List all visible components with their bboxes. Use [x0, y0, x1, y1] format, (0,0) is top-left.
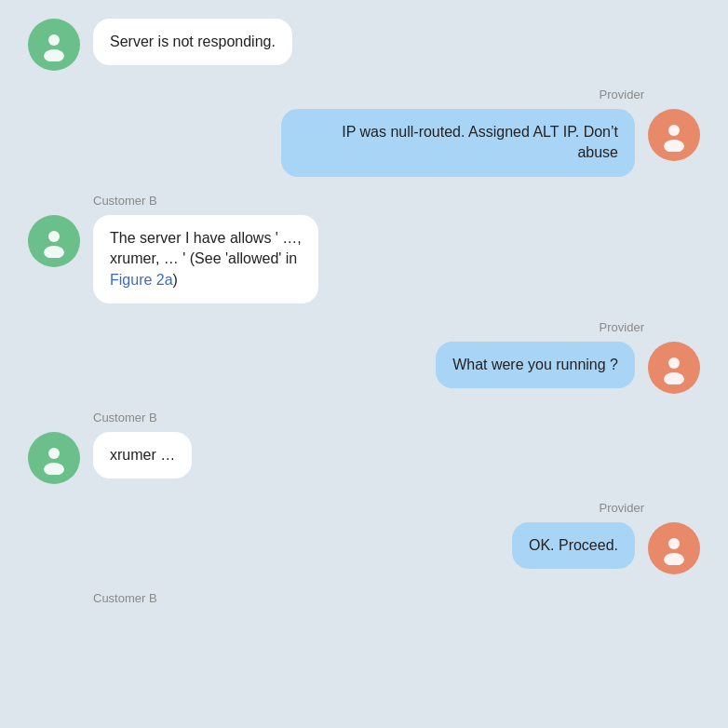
figure-link[interactable]: Figure 2a [110, 272, 173, 288]
avatar-provider-4 [648, 342, 700, 394]
bubble-3: The server I have allows ' …,xrumer, … '… [93, 215, 318, 303]
bubble-1: Server is not responding. [93, 19, 292, 65]
svg-point-5 [44, 246, 64, 258]
svg-point-6 [668, 357, 680, 369]
message-row-4: What were you running ? [19, 342, 709, 394]
sender-label-row-5: Customer B [19, 411, 709, 428]
message-block-2: Provider IP was null-routed. Assigned AL… [19, 88, 709, 186]
message-row-5: xrumer … [19, 432, 709, 484]
message-block-1: Server is not responding. [19, 19, 709, 80]
svg-point-4 [48, 231, 60, 242]
svg-point-10 [668, 538, 680, 549]
message-text-3-after: ) [173, 272, 178, 288]
message-row-3: The server I have allows ' …,xrumer, … '… [19, 215, 709, 303]
chat-container: Server is not responding. Provider IP wa… [0, 0, 728, 639]
bubble-4: What were you running ? [436, 342, 635, 388]
avatar-provider-6 [648, 522, 700, 574]
message-text-3-before: The server I have allows ' …,xrumer, … '… [110, 230, 302, 266]
message-row-6: OK. Proceed. [19, 522, 709, 574]
message-text-5: xrumer … [110, 447, 175, 463]
avatar-customer-1 [28, 19, 80, 71]
svg-point-9 [44, 463, 64, 475]
sender-label-row-3: Customer B [19, 194, 709, 211]
bubble-2: IP was null-routed. Assigned ALT IP. Don… [281, 109, 635, 177]
svg-point-8 [48, 448, 60, 459]
message-block-4: Provider What were you running ? [19, 320, 709, 403]
sender-label-row-7: Customer B [19, 591, 709, 609]
sender-label-row-6: Provider [19, 501, 709, 519]
avatar-customer-3 [28, 215, 80, 267]
message-text-4: What were you running ? [452, 357, 618, 372]
sender-label-5: Customer B [93, 411, 157, 425]
message-text-2: IP was null-routed. Assigned ALT IP. Don… [342, 124, 618, 160]
message-block-7: Customer B [19, 591, 709, 613]
svg-point-7 [664, 372, 684, 384]
svg-point-3 [664, 140, 684, 152]
sender-label-row-4: Provider [19, 320, 709, 338]
sender-label-7: Customer B [93, 591, 157, 605]
bubble-6: OK. Proceed. [512, 522, 635, 569]
sender-label-3: Customer B [93, 194, 157, 208]
svg-point-11 [664, 553, 684, 565]
bubble-5: xrumer … [93, 432, 192, 479]
sender-label-4: Provider [600, 320, 644, 334]
message-text-6: OK. Proceed. [529, 537, 618, 553]
sender-label-2: Provider [600, 88, 644, 101]
svg-point-1 [44, 49, 64, 61]
sender-label-row-2: Provider [19, 88, 709, 105]
avatar-customer-5 [28, 432, 80, 484]
svg-point-0 [48, 34, 60, 46]
svg-point-2 [668, 125, 680, 136]
message-block-3: Customer B The server I have allows ' …,… [19, 194, 709, 313]
sender-label-6: Provider [600, 501, 644, 515]
message-row-2: IP was null-routed. Assigned ALT IP. Don… [19, 109, 709, 177]
message-row-1: Server is not responding. [19, 19, 709, 71]
message-text-1: Server is not responding. [110, 34, 276, 49]
message-block-6: Provider OK. Proceed. [19, 501, 709, 584]
avatar-provider-2 [648, 109, 700, 161]
message-block-5: Customer B xrumer … [19, 411, 709, 493]
